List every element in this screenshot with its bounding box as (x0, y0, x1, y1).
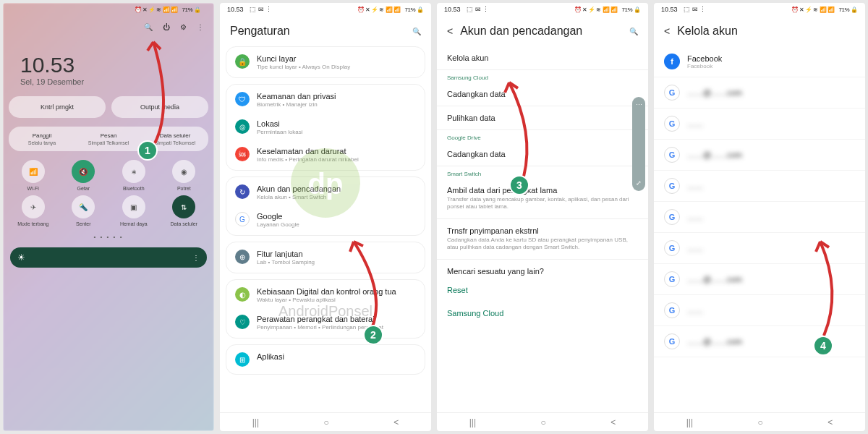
qs-tile-label: Bluetooth (123, 186, 145, 191)
qs-tile-wi-fi[interactable]: 📶Wi-Fi (10, 160, 56, 191)
slider-more-icon[interactable]: ⋮ (192, 254, 200, 262)
account-title: Facebook (687, 54, 722, 63)
settings-card: 🛡Keamanan dan privasiBiometrik • Manajer… (226, 84, 425, 171)
account-icon: G (664, 302, 680, 318)
sim-settings-card[interactable]: PanggilSelalu tanya PesanSimpati Telkoms… (9, 127, 208, 151)
search-icon[interactable]: 🔍 (144, 23, 153, 31)
status-icons: ⏰ ✕ ⚡ ≋ 📶 📶 (791, 7, 835, 13)
accounts-list[interactable]: fFacebookFacebookG……@……comG……G……@……comG…… (654, 46, 865, 412)
device-control-button[interactable]: Kntrl prngkt (9, 96, 106, 118)
settings-row-akun-dan-pencadangan[interactable]: ↻Akun dan pencadanganKelola akun • Smart… (226, 179, 425, 206)
settings-row-keamanan-dan-privasi[interactable]: 🛡Keamanan dan privasiBiometrik • Manajer… (226, 86, 425, 114)
nav-recents[interactable]: ||| (469, 417, 476, 427)
qs-tile-senter[interactable]: 🔦Senter (61, 195, 107, 226)
gear-icon[interactable]: ⚙ (180, 23, 187, 31)
qs-tile-mode-terbang[interactable]: ✈Mode terbang (10, 195, 56, 226)
brightness-slider[interactable]: ☀ ⋮ (10, 247, 207, 268)
account-row[interactable]: G…… (654, 233, 865, 264)
settings-row-icon: ↻ (235, 184, 250, 199)
quick-settings-grid: 📶Wi-Fi🔇Getar∗Bluetooth◉Potret✈Mode terba… (9, 156, 208, 231)
back-icon[interactable]: < (447, 25, 453, 37)
phone-2-settings: 10.53 ⬚ ✉ ⋮ ⏰ ✕ ⚡ ≋ 📶 📶 71%🔒 Pengaturan … (220, 3, 431, 431)
qs-tile-data-seluler[interactable]: ⇅Data seluler (161, 195, 208, 226)
account-row[interactable]: G…… (654, 171, 865, 202)
account-row[interactable]: G……@……com (654, 77, 865, 109)
nav-recents[interactable]: ||| (252, 417, 259, 427)
row-cadangkan-data-drive[interactable]: Cadangkan data (437, 142, 648, 166)
settings-row-kunci-layar[interactable]: 🔒Kunci layarTipe kunci layar • Always On… (226, 48, 425, 76)
settings-row-google[interactable]: GGoogleLayanan Google (226, 206, 425, 234)
settings-row-fitur-lanjutan[interactable]: ⊕Fitur lanjutanLab • Tombol Samping (226, 244, 425, 271)
qs-tile-icon: 🔦 (72, 195, 95, 218)
phone-3-accounts-backup: 10.53 ⬚ ✉ ⋮ ⏰ ✕ ⚡ ≋ 📶 📶 71%🔒 < Akun dan … (437, 3, 648, 431)
account-row[interactable]: G……@……com (654, 264, 865, 295)
link-reset[interactable]: Reset (437, 278, 648, 302)
back-icon[interactable]: < (664, 25, 670, 37)
settings-row-icon: ♡ (235, 315, 250, 329)
row-kelola-akun[interactable]: Kelola akun (437, 46, 648, 70)
page-header: < Kelola akun (654, 16, 865, 46)
settings-row-kebiasaan-digital-dan-kontrol-orang-tua[interactable]: ◐Kebiasaan Digital dan kontrol orang tua… (226, 281, 425, 309)
qs-tile-bluetooth[interactable]: ∗Bluetooth (111, 160, 157, 191)
battery-level: 71% (838, 7, 849, 13)
search-icon[interactable]: 🔍 (629, 27, 638, 35)
settings-row-title: Fitur lanjutan (257, 250, 416, 258)
qs-tile-hemat-daya[interactable]: ▣Hemat daya (111, 195, 157, 226)
settings-row-title: Aplikasi (257, 352, 416, 361)
search-icon[interactable]: 🔍 (412, 27, 421, 35)
nav-home[interactable]: ○ (541, 417, 546, 427)
settings-row-title: Lokasi (257, 119, 416, 128)
looking-for-label: Mencari sesuatu yang lain? (437, 260, 648, 278)
account-icon: G (664, 147, 680, 163)
scroll-handle[interactable]: ⋯⤢ (632, 97, 645, 191)
nav-home[interactable]: ○ (758, 417, 763, 427)
power-icon[interactable]: ⏻ (163, 23, 170, 31)
account-icon: G (664, 209, 680, 225)
account-row[interactable]: fFacebookFacebook (654, 46, 865, 77)
account-row[interactable]: G……@……com (654, 140, 865, 171)
panel-toolbar: 🔍 ⏻ ⚙ ⋮ (9, 16, 208, 38)
link-samsung-cloud[interactable]: Samsung Cloud (437, 302, 648, 325)
account-row[interactable]: G…… (654, 202, 865, 233)
nav-back[interactable]: < (827, 417, 833, 427)
qs-tile-icon: 🔇 (72, 160, 95, 183)
brightness-icon: ☀ (17, 252, 25, 263)
output-media-button[interactable]: Output media (111, 96, 208, 118)
account-icon: G (664, 240, 680, 256)
settings-row-perawatan-perangkat-dan-baterai[interactable]: ♡Perawatan perangkat dan bateraiPenyimpa… (226, 309, 425, 336)
row-transfer-external[interactable]: Trnsfr pnyimpanan ekstrnl Cadangkan data… (437, 219, 648, 260)
account-title: …… (687, 119, 703, 128)
backup-list[interactable]: Kelola akun Samsung Cloud Cadangkan data… (437, 46, 648, 412)
row-ambil-data[interactable]: Ambil data dari perangkat lama Transfer … (437, 179, 648, 219)
settings-list[interactable]: 🔒Kunci layarTipe kunci layar • Always On… (220, 46, 431, 412)
section-google-drive: Google Drive (437, 130, 648, 142)
clock-block: 10.53 Sel, 19 Desember (9, 38, 208, 92)
account-row[interactable]: G……@……com (654, 326, 865, 357)
battery-level: 71% (621, 7, 632, 13)
settings-card: ↻Akun dan pencadanganKelola akun • Smart… (226, 176, 425, 236)
nav-home[interactable]: ○ (324, 417, 329, 427)
settings-row-aplikasi[interactable]: ⊞Aplikasi (226, 346, 425, 373)
clock-date: Sel, 19 Desember (20, 77, 197, 86)
status-time: 10.53 (661, 6, 678, 13)
settings-row-keselamatan-dan-darurat[interactable]: 🆘Keselamatan dan daruratInfo medis • Per… (226, 141, 425, 169)
account-title: …… (687, 182, 703, 190)
more-icon[interactable]: ⋮ (197, 23, 204, 31)
qs-tile-label: Wi-Fi (27, 186, 39, 191)
qs-tile-getar[interactable]: 🔇Getar (61, 160, 107, 191)
nav-back[interactable]: < (393, 417, 399, 427)
settings-row-lokasi[interactable]: ◎LokasiPermintaan lokasi (226, 114, 425, 141)
account-sub: Facebook (687, 63, 722, 69)
nav-recents[interactable]: ||| (686, 417, 693, 427)
account-row[interactable]: G…… (654, 109, 865, 140)
row-cadangkan-data[interactable]: Cadangkan data (437, 82, 648, 106)
account-row[interactable]: G…… (654, 295, 865, 326)
account-icon: G (664, 178, 680, 194)
sim-call-sub: Selalu tanya (9, 140, 75, 145)
row-pulihkan-data[interactable]: Pulihkan data (437, 106, 648, 130)
status-icons: ⏰ ✕ ⚡ ≋ 📶 📶 (135, 7, 178, 13)
nav-back[interactable]: < (610, 417, 616, 427)
row-transfer-sub: Cadangkan data Anda ke kartu SD atau per… (447, 237, 638, 252)
qs-tile-potret[interactable]: ◉Potret (161, 160, 208, 191)
settings-row-title: Keamanan dan privasi (257, 92, 416, 101)
